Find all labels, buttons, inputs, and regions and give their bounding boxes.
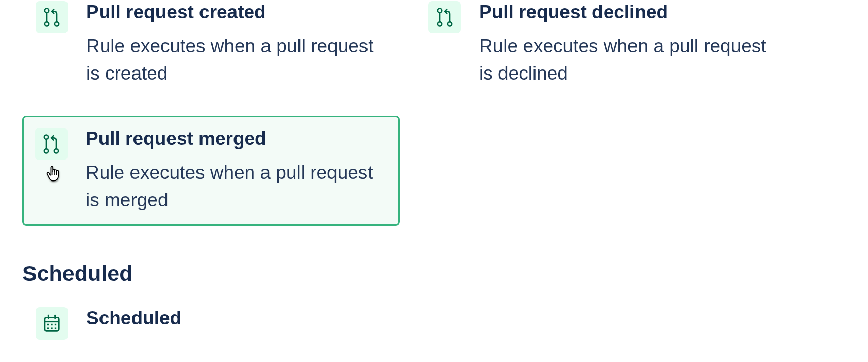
trigger-title: Pull request merged xyxy=(86,128,387,150)
svg-rect-20 xyxy=(51,328,52,329)
trigger-pr-created[interactable]: Pull request created Rule executes when … xyxy=(22,0,400,100)
svg-rect-16 xyxy=(47,324,49,325)
trigger-pr-merged[interactable]: Pull request merged Rule executes when a… xyxy=(22,116,400,226)
svg-rect-18 xyxy=(55,324,56,325)
trigger-title: Pull request created xyxy=(86,1,387,23)
pull-request-icon xyxy=(41,134,61,154)
trigger-desc: Rule executes when a pull request is cre… xyxy=(86,32,387,87)
trigger-text: Scheduled xyxy=(86,307,387,330)
pull-request-icon xyxy=(435,7,455,27)
pr-icon-wrapper xyxy=(36,1,68,33)
trigger-desc: Rule executes when a pull request is mer… xyxy=(86,159,387,213)
pr-icon-wrapper xyxy=(428,1,461,33)
trigger-text: Pull request created Rule executes when … xyxy=(86,1,387,87)
calendar-icon xyxy=(42,313,62,334)
section-header-scheduled: Scheduled xyxy=(22,261,846,286)
trigger-scheduled[interactable]: Scheduled xyxy=(22,306,400,341)
calendar-icon-wrapper xyxy=(36,307,68,340)
svg-rect-21 xyxy=(55,328,56,329)
svg-rect-19 xyxy=(47,328,49,329)
trigger-pr-declined[interactable]: Pull request declined Rule executes when… xyxy=(415,0,793,100)
trigger-desc: Rule executes when a pull request is dec… xyxy=(479,32,780,87)
svg-rect-17 xyxy=(51,324,52,325)
trigger-text: Pull request declined Rule executes when… xyxy=(479,1,780,87)
trigger-title: Pull request declined xyxy=(479,1,780,23)
pr-icon-wrapper xyxy=(35,128,68,160)
pull-request-icon xyxy=(42,7,62,27)
trigger-text: Pull request merged Rule executes when a… xyxy=(86,128,387,214)
trigger-title: Scheduled xyxy=(86,307,387,330)
